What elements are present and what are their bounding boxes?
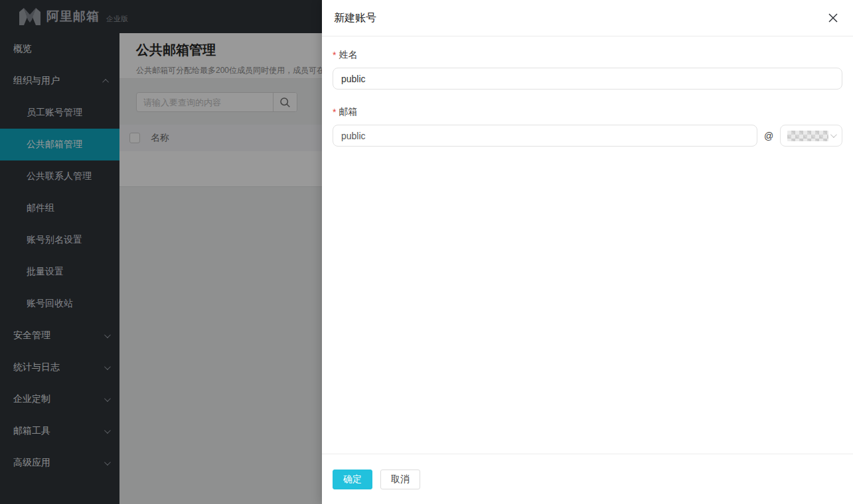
email-field: * 邮箱 @ [333,107,842,147]
drawer-header: 新建账号 [322,0,853,36]
cancel-button[interactable]: 取消 [380,470,420,489]
name-field: * 姓名 [333,50,842,90]
email-input-row: @ [333,125,842,147]
drawer-footer: 确定 取消 [322,454,853,504]
masked-domain-value [787,131,828,141]
chevron-down-icon [830,131,837,138]
create-account-drawer: 新建账号 * 姓名 * 邮箱 @ [322,0,853,504]
name-label-text: 姓名 [339,49,357,61]
email-field-label: * 邮箱 [333,107,842,117]
email-label-text: 邮箱 [339,106,357,118]
name-field-label: * 姓名 [333,50,842,60]
drawer-body: * 姓名 * 邮箱 @ [322,36,853,147]
close-icon [827,12,839,24]
confirm-button[interactable]: 确定 [333,470,372,489]
required-asterisk: * [333,50,336,60]
email-local-part-input[interactable] [333,125,757,147]
at-symbol: @ [764,131,773,141]
drawer-title: 新建账号 [334,11,376,25]
required-asterisk: * [333,107,336,117]
name-input[interactable] [333,68,842,90]
close-button[interactable] [825,10,841,26]
domain-select[interactable] [780,125,842,147]
